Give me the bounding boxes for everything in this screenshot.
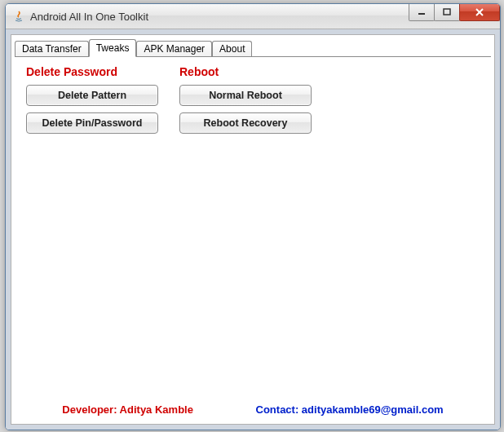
app-window: Android All In One Toolkit Data Transfer…	[5, 3, 501, 430]
minimize-button[interactable]	[409, 4, 435, 21]
reboot-recovery-button[interactable]: Reboot Recovery	[179, 112, 312, 134]
delete-password-section: Delete Password Delete Pattern Delete Pi…	[26, 65, 163, 140]
close-button[interactable]	[459, 4, 500, 21]
tab-tweaks[interactable]: Tweaks	[89, 39, 137, 57]
window-controls	[409, 4, 500, 22]
reboot-section: Reboot Normal Reboot Reboot Recovery	[179, 65, 316, 140]
maximize-button[interactable]	[434, 4, 460, 21]
footer: Developer: Aditya Kamble Contact: aditya…	[15, 400, 491, 421]
reboot-header: Reboot	[179, 65, 316, 78]
titlebar[interactable]: Android All In One Toolkit	[6, 4, 500, 29]
developer-label: Developer: Aditya Kamble	[62, 403, 193, 416]
window-title: Android All In One Toolkit	[30, 11, 148, 23]
tab-content-tweaks: Delete Password Delete Pattern Delete Pi…	[15, 56, 491, 400]
svg-rect-1	[444, 9, 450, 15]
delete-pin-password-button[interactable]: Delete Pin/Password	[26, 112, 158, 134]
delete-password-header: Delete Password	[26, 65, 163, 78]
client-area: Data Transfer Tweaks APK Manager About D…	[6, 29, 500, 430]
contact-label: Contact: adityakamble69@gmail.com	[256, 403, 444, 416]
inner-panel: Data Transfer Tweaks APK Manager About D…	[11, 34, 495, 425]
normal-reboot-button[interactable]: Normal Reboot	[179, 85, 312, 106]
java-icon	[12, 10, 25, 23]
tabstrip: Data Transfer Tweaks APK Manager About	[11, 36, 494, 57]
delete-pattern-button[interactable]: Delete Pattern	[26, 85, 158, 106]
